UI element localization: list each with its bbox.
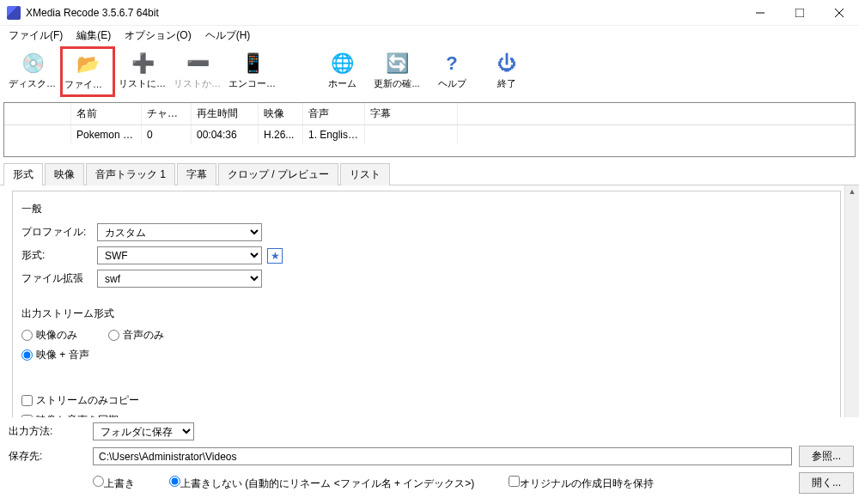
check-update-button[interactable]: 🔄 更新の確... <box>369 46 424 97</box>
open-file-button[interactable]: 📂 ファイルを... <box>60 46 115 97</box>
cell-video: H.26... <box>259 125 303 144</box>
tab-crop-preview[interactable]: クロップ / プレビュー <box>218 163 338 185</box>
window-titlebar: XMedia Recode 3.5.6.7 64bit <box>0 0 859 26</box>
col-video[interactable]: 映像 <box>259 103 303 124</box>
table-row[interactable]: Pokemon J... 0 00:04:36 H.26... 1. Engli… <box>4 125 855 144</box>
tab-format[interactable]: 形式 <box>3 163 43 185</box>
radio-video-audio[interactable]: 映像 + 音声 <box>21 348 89 362</box>
app-icon <box>7 6 21 20</box>
radio-no-overwrite[interactable]: 上書きしない (自動的にリネーム <ファイル名 + インデックス>) <box>169 476 474 491</box>
format-select[interactable]: SWF <box>97 246 262 264</box>
output-method-select[interactable]: フォルダに保存 <box>93 422 194 440</box>
plus-icon: ➕ <box>131 52 155 76</box>
svg-rect-1 <box>795 9 804 17</box>
tab-audio-track[interactable]: 音声トラック 1 <box>86 163 175 185</box>
file-list[interactable]: 名前 チャプ... 再生時間 映像 音声 字幕 Pokemon J... 0 0… <box>3 102 856 157</box>
menubar: ファイル(F) 編集(E) オプション(O) ヘルプ(H) <box>0 26 859 45</box>
home-button[interactable]: 🌐 ホーム <box>314 46 369 97</box>
settings-tabs: 形式 映像 音声トラック 1 字幕 クロップ / プレビュー リスト <box>0 162 859 185</box>
radio-video-only[interactable]: 映像のみ <box>21 328 77 343</box>
col-name[interactable]: 名前 <box>71 103 142 124</box>
help-button[interactable]: ? ヘルプ <box>424 46 479 97</box>
checkbox-stream-copy[interactable]: ストリームのみコピー <box>21 393 832 408</box>
menu-edit[interactable]: 編集(E) <box>71 27 116 45</box>
remove-from-list-button: ➖ リストから除... <box>170 46 225 97</box>
output-footer: 出力方法: フォルダに保存 保存先: 参照... 上書き 上書きしない (自動的… <box>0 417 859 504</box>
minimize-button[interactable] <box>740 0 780 26</box>
device-icon: 📱 <box>241 52 265 76</box>
cell-audio: 1. English A... <box>303 125 365 144</box>
menu-file[interactable]: ファイル(F) <box>3 27 68 45</box>
general-section-title: 一般 <box>21 202 832 216</box>
col-chapter[interactable]: チャプ... <box>142 103 192 124</box>
profile-label: プロファイル: <box>21 225 92 240</box>
col-subtitle[interactable]: 字幕 <box>365 103 458 124</box>
open-button[interactable]: 開く... <box>799 472 854 494</box>
output-method-label: 出力方法: <box>5 424 86 439</box>
format-label: 形式: <box>21 248 92 263</box>
disc-icon: 💿 <box>21 52 45 76</box>
radio-overwrite[interactable]: 上書き <box>93 476 135 491</box>
add-to-list-button[interactable]: ➕ リストに追... <box>115 46 170 97</box>
dest-path-input[interactable] <box>93 447 792 465</box>
folder-open-icon: 📂 <box>76 52 100 76</box>
cell-name: Pokemon J... <box>71 125 142 144</box>
stream-section-title: 出力ストリーム形式 <box>21 307 832 321</box>
globe-icon: 🌐 <box>330 52 354 76</box>
col-blank[interactable] <box>4 103 71 124</box>
cell-chapter: 0 <box>142 125 192 144</box>
extension-select[interactable]: swf <box>97 270 262 288</box>
cell-subtitle <box>365 125 458 144</box>
checkbox-keep-orig-date[interactable]: オリジナルの作成日時を保持 <box>509 476 654 491</box>
col-audio[interactable]: 音声 <box>303 103 365 124</box>
maximize-button[interactable] <box>780 0 819 26</box>
scroll-up-icon[interactable]: ▲ <box>849 187 856 196</box>
tab-video[interactable]: 映像 <box>45 163 84 185</box>
menu-options[interactable]: オプション(O) <box>119 27 196 45</box>
favorite-star-icon[interactable]: ★ <box>267 248 283 264</box>
profile-select[interactable]: カスタム <box>97 223 262 241</box>
close-button[interactable] <box>819 0 859 26</box>
refresh-icon: 🔄 <box>385 52 409 76</box>
menu-help[interactable]: ヘルプ(H) <box>200 27 256 45</box>
tab-list[interactable]: リスト <box>340 163 390 185</box>
browse-button[interactable]: 参照... <box>799 446 854 467</box>
encode-button[interactable]: 📱 エンコード(N) <box>225 46 280 97</box>
power-icon: ⏻ <box>495 52 519 76</box>
open-disc-button[interactable]: 💿 ディスクを開く <box>5 46 60 97</box>
tab-subtitle[interactable]: 字幕 <box>177 163 216 185</box>
file-list-header: 名前 チャプ... 再生時間 映像 音声 字幕 <box>4 103 855 125</box>
ext-label: ファイル拡張 <box>21 271 92 286</box>
toolbar: 💿 ディスクを開く 📂 ファイルを... ➕ リストに追... ➖ リストから除… <box>0 45 859 100</box>
cell-duration: 00:04:36 <box>192 125 259 144</box>
exit-button[interactable]: ⏻ 終了 <box>479 46 534 97</box>
minus-icon: ➖ <box>186 52 210 76</box>
dest-label: 保存先: <box>5 449 86 464</box>
radio-audio-only[interactable]: 音声のみ <box>108 328 164 343</box>
col-duration[interactable]: 再生時間 <box>192 103 259 124</box>
help-icon: ? <box>440 52 464 76</box>
window-title: XMedia Recode 3.5.6.7 64bit <box>26 7 740 19</box>
